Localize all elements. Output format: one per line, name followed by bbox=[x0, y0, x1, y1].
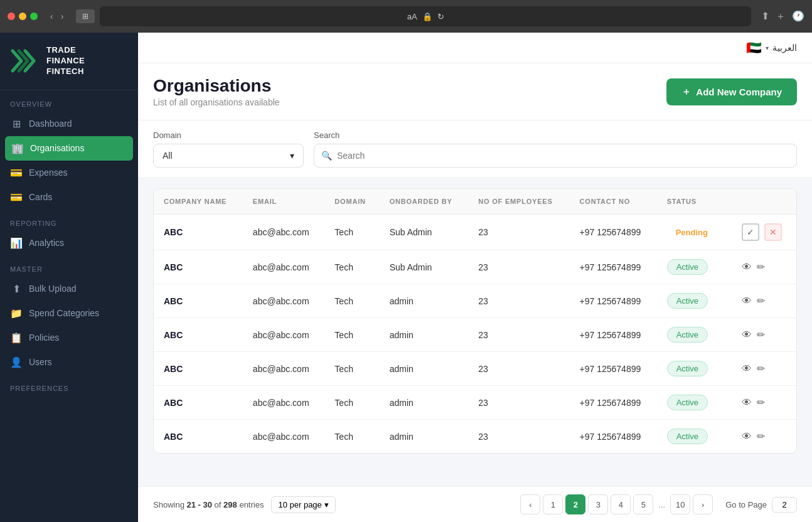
table-wrap: COMPANY NAME EMAIL DOMAIN ONBOARDED BY N… bbox=[153, 188, 797, 454]
cell-onboarded-2: admin bbox=[380, 284, 469, 318]
page-2-button[interactable]: 2 bbox=[565, 494, 585, 514]
history-icon[interactable]: 🕐 bbox=[792, 10, 804, 23]
chevron-down-icon: ▾ bbox=[324, 500, 329, 509]
topbar: 🇦🇪 ▾ العربية bbox=[138, 33, 812, 63]
browser-chrome: ‹ › ⊞ aA 🔒 ↻ ⬆ ＋ 🕐 bbox=[0, 0, 812, 33]
page-5-button[interactable]: 5 bbox=[633, 494, 653, 514]
sidebar-item-label-bulk-upload: Bulk Upload bbox=[29, 284, 77, 294]
cell-actions-5: 👁 ✏ bbox=[732, 386, 796, 420]
cell-employees-2: 23 bbox=[468, 284, 569, 318]
cell-contact-3: +97 125674899 bbox=[570, 318, 657, 352]
view-button-5[interactable]: 👁 bbox=[742, 397, 752, 408]
view-button-3[interactable]: 👁 bbox=[742, 329, 752, 341]
cell-domain-1: Tech bbox=[324, 250, 379, 284]
approve-button-0[interactable]: ✓ bbox=[742, 223, 759, 241]
reject-button-0[interactable]: ✕ bbox=[764, 223, 782, 241]
cards-icon: 💳 bbox=[10, 191, 23, 203]
chevron-down-icon: ▾ bbox=[290, 151, 294, 161]
page-10-button[interactable]: 10 bbox=[670, 494, 690, 514]
edit-button-6[interactable]: ✏ bbox=[757, 430, 765, 442]
cell-status-6: Active bbox=[657, 420, 732, 454]
domain-select[interactable]: All ▾ bbox=[153, 144, 304, 168]
edit-button-1[interactable]: ✏ bbox=[757, 261, 765, 273]
table-row: ABC abc@abc.com Tech Sub Admin 23 +97 12… bbox=[154, 250, 796, 284]
sidebar-item-organisations[interactable]: 🏢Organisations bbox=[5, 136, 133, 161]
forward-icon[interactable]: › bbox=[58, 10, 67, 23]
share-icon[interactable]: ⬆ bbox=[761, 10, 769, 23]
maximize-button[interactable] bbox=[30, 13, 38, 20]
sidebar-item-label-dashboard: Dashboard bbox=[29, 119, 72, 129]
cell-contact-1: +97 125674899 bbox=[570, 250, 657, 284]
page-header: Organisations List of all organisations … bbox=[138, 63, 812, 120]
browser-tab[interactable]: ⊞ bbox=[76, 9, 95, 23]
cell-email-2: abc@abc.com bbox=[243, 284, 325, 318]
total-entries: 298 bbox=[223, 500, 237, 509]
company-name-0: ABC bbox=[164, 227, 183, 237]
cell-employees-3: 23 bbox=[468, 318, 569, 352]
sidebar-item-expenses[interactable]: 💳Expenses bbox=[0, 161, 138, 185]
per-page-label: 10 per page bbox=[278, 500, 321, 509]
next-page-button[interactable]: › bbox=[693, 494, 713, 514]
page-1-button[interactable]: 1 bbox=[543, 494, 563, 514]
edit-button-5[interactable]: ✏ bbox=[757, 397, 765, 408]
edit-button-2[interactable]: ✏ bbox=[757, 295, 765, 307]
reload-icon[interactable]: ↻ bbox=[437, 12, 444, 21]
page-4-button[interactable]: 4 bbox=[611, 494, 631, 514]
sidebar-item-policies[interactable]: 📋Policies bbox=[0, 326, 138, 350]
view-button-6[interactable]: 👁 bbox=[742, 431, 752, 442]
cell-status-1: Active bbox=[657, 250, 732, 284]
sidebar-item-analytics[interactable]: 📊Analytics bbox=[0, 231, 138, 255]
cell-contact-2: +97 125674899 bbox=[570, 284, 657, 318]
users-icon: 👤 bbox=[10, 356, 23, 368]
close-button[interactable] bbox=[8, 13, 15, 20]
sidebar-item-label-cards: Cards bbox=[29, 192, 52, 202]
back-icon[interactable]: ‹ bbox=[48, 10, 56, 23]
cell-employees-4: 23 bbox=[468, 352, 569, 386]
sidebar-item-bulk-upload[interactable]: ⬆Bulk Upload bbox=[0, 277, 138, 301]
cell-domain-0: Tech bbox=[324, 215, 379, 250]
new-tab-icon[interactable]: ＋ bbox=[776, 10, 786, 23]
view-button-1[interactable]: 👁 bbox=[742, 262, 752, 273]
page-range: 21 - 30 bbox=[187, 500, 212, 509]
page-dots: ... bbox=[656, 500, 668, 509]
go-to-page-input[interactable] bbox=[772, 497, 797, 513]
page-3-button[interactable]: 3 bbox=[588, 494, 608, 514]
status-badge-4: Active bbox=[667, 361, 708, 376]
action-icons-5: 👁 ✏ bbox=[742, 397, 786, 408]
cell-employees-5: 23 bbox=[468, 386, 569, 420]
view-button-2[interactable]: 👁 bbox=[742, 296, 752, 307]
language-selector[interactable]: 🇦🇪 ▾ العربية bbox=[746, 40, 797, 55]
search-input[interactable] bbox=[314, 144, 797, 168]
policies-icon: 📋 bbox=[10, 332, 23, 344]
col-status: STATUS bbox=[657, 189, 732, 215]
language-label: العربية bbox=[772, 43, 797, 53]
per-page-select[interactable]: 10 per page ▾ bbox=[271, 496, 335, 513]
page-title: Organisations bbox=[153, 76, 280, 96]
sidebar-item-cards[interactable]: 💳Cards bbox=[0, 185, 138, 210]
col-domain: DOMAIN bbox=[324, 189, 379, 215]
edit-button-3[interactable]: ✏ bbox=[757, 329, 765, 341]
minimize-button[interactable] bbox=[19, 13, 26, 20]
cell-email-4: abc@abc.com bbox=[243, 352, 325, 386]
cell-email-3: abc@abc.com bbox=[243, 318, 325, 352]
sidebar-item-spend-categories[interactable]: 📁Spend Categories bbox=[0, 301, 138, 326]
sidebar-item-dashboard[interactable]: ⊞Dashboard bbox=[0, 112, 138, 136]
flag-icon: 🇦🇪 bbox=[746, 40, 762, 55]
prev-page-button[interactable]: ‹ bbox=[520, 494, 540, 514]
showing-text: Showing 21 - 30 of 298 entries bbox=[153, 500, 264, 509]
address-text: aA bbox=[407, 12, 417, 21]
company-name-5: ABC bbox=[164, 398, 183, 408]
sidebar-item-users[interactable]: 👤Users bbox=[0, 350, 138, 375]
cell-onboarded-0: Sub Admin bbox=[380, 215, 469, 250]
nav-section-master: Master bbox=[0, 255, 138, 277]
cell-onboarded-4: admin bbox=[380, 352, 469, 386]
address-bar[interactable]: aA 🔒 ↻ bbox=[100, 6, 751, 26]
col-email: EMAIL bbox=[243, 189, 325, 215]
view-button-4[interactable]: 👁 bbox=[742, 363, 752, 375]
cell-status-5: Active bbox=[657, 386, 732, 420]
browser-actions: ⬆ ＋ 🕐 bbox=[761, 10, 804, 23]
edit-button-4[interactable]: ✏ bbox=[757, 363, 765, 375]
cell-email-0: abc@abc.com bbox=[243, 215, 325, 250]
add-new-company-button[interactable]: ＋ Add New Company bbox=[666, 78, 797, 105]
expenses-icon: 💳 bbox=[10, 167, 23, 179]
